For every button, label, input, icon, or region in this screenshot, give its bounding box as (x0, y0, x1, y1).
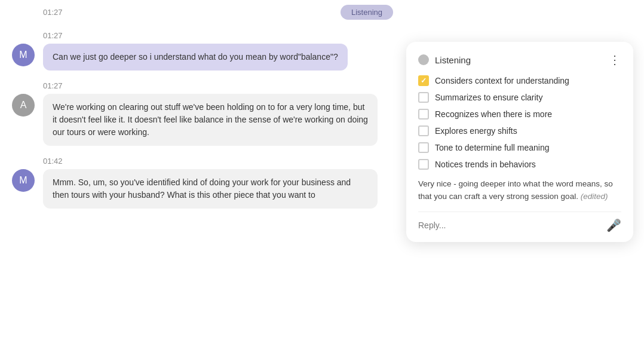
message-text-3: Mmm. So, um, so you've identified kind o… (53, 177, 351, 200)
checkbox-1[interactable] (418, 92, 429, 103)
timestamp-2: 01:27 (43, 81, 405, 90)
timestamp-1: 01:27 (43, 31, 405, 40)
avatar-m-2: M (12, 169, 35, 192)
panel-title: Listening (435, 55, 471, 65)
checklist-item-1[interactable]: Summarizes to ensure clarity (418, 92, 621, 103)
listening-panel: Listening ⋮ Considers context for unders… (406, 42, 633, 242)
message-block-2: 01:27 A We're working on clearing out st… (12, 81, 405, 146)
panel-dot-icon (418, 54, 429, 65)
checklist-label-3: Explores energy shifts (435, 126, 517, 136)
message-text-1: Can we just go deeper so i understand wh… (53, 52, 338, 62)
top-timestamp: 01:27 (43, 8, 63, 17)
panel-menu-icon[interactable]: ⋮ (609, 53, 621, 67)
checklist-item-3[interactable]: Explores energy shifts (418, 125, 621, 136)
avatar-label-1: M (19, 50, 27, 60)
checkbox-3[interactable] (418, 125, 429, 136)
avatar-label-3: M (19, 175, 27, 186)
panel-reply-area: 🎤 (418, 212, 621, 232)
message-bubble-1: Can we just go deeper so i understand wh… (43, 44, 348, 71)
checklist-item-4[interactable]: Tone to determine full meaning (418, 142, 621, 153)
panel-title-row: Listening (418, 54, 471, 65)
checklist-label-4: Tone to determine full meaning (435, 143, 549, 152)
checklist-item-5[interactable]: Notices trends in behaviors (418, 159, 621, 170)
message-text-2: We're working on clearing out stuff we'v… (53, 102, 368, 137)
checkbox-0[interactable] (418, 75, 429, 86)
message-block-1: 01:27 M Can we just go deeper so i under… (12, 31, 405, 71)
checklist-label-5: Notices trends in behaviors (435, 160, 536, 169)
checklist-item-0[interactable]: Considers context for understanding (418, 75, 621, 86)
checkbox-5[interactable] (418, 159, 429, 170)
mic-icon[interactable]: 🎤 (606, 218, 621, 232)
message-row-2: A We're working on clearing out stuff we… (12, 94, 405, 146)
message-row-1: M Can we just go deeper so i understand … (12, 44, 405, 71)
checkbox-2[interactable] (418, 109, 429, 120)
top-bar: 01:27 Listening (0, 0, 644, 20)
message-bubble-2: We're working on clearing out stuff we'v… (43, 94, 378, 146)
checklist-label-0: Considers context for understanding (435, 76, 569, 85)
message-bubble-3: Mmm. So, um, so you've identified kind o… (43, 169, 378, 209)
panel-note-edited: (edited) (581, 192, 608, 201)
message-block-3: 01:42 M Mmm. So, um, so you've identifie… (12, 157, 405, 209)
checklist-label-2: Recognizes when there is more (435, 109, 552, 119)
checklist: Considers context for understanding Summ… (418, 75, 621, 170)
avatar-m-1: M (12, 44, 35, 66)
panel-header: Listening ⋮ (418, 53, 621, 67)
checklist-label-1: Summarizes to ensure clarity (435, 93, 543, 102)
checkbox-4[interactable] (418, 142, 429, 153)
listening-badge: Listening (341, 5, 393, 20)
message-row-3: M Mmm. So, um, so you've identified kind… (12, 169, 405, 209)
avatar-a-1: A (12, 94, 35, 117)
timestamp-3: 01:42 (43, 157, 405, 166)
panel-note: Very nice - going deeper into what the w… (418, 178, 621, 203)
avatar-label-2: A (20, 100, 27, 111)
checklist-item-2[interactable]: Recognizes when there is more (418, 109, 621, 120)
reply-input[interactable] (418, 221, 600, 230)
